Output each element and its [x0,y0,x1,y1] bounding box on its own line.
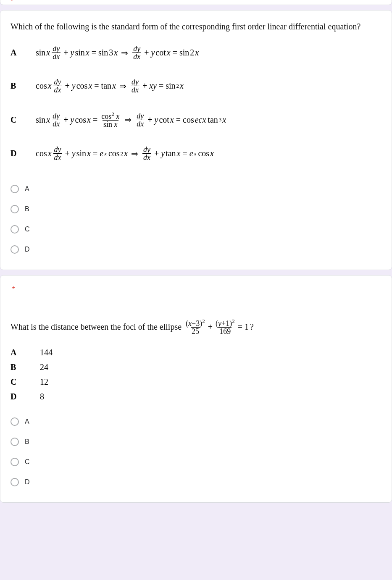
q2-prompt-post: ? [250,321,254,333]
q1-option-D-equation: cos x dydx +y sin x = ex cos2 x ⇒ dydx +… [36,146,381,161]
q1-option-C-label: C [11,115,36,125]
radio-icon [11,438,19,446]
question-card-2: * What is the distance between the foci … [0,275,392,503]
q1-option-C-equation: sin x dydx +y cos x = cos2 xsin x ⇒ dydx… [36,111,381,128]
q2-radio-A[interactable]: A [11,412,381,432]
q1-radio-B[interactable]: B [11,199,381,219]
q2-option-D-value: 8 [40,392,44,402]
q2-radio-C-label: C [25,458,30,466]
radio-icon [11,417,19,426]
q2-radio-D[interactable]: D [11,472,381,492]
previous-card-stub: * [0,0,392,5]
radio-icon [11,245,19,254]
eq-one: = 1 [238,321,249,333]
q2-radio-D-label: D [25,478,30,486]
q2-frac-1: (x−3)2 25 [185,318,206,335]
q1-option-A-label: A [11,48,36,58]
q2-radio-B-label: B [25,438,29,446]
q1-radio-D-label: D [25,246,30,253]
q2-frac-2: (y+1)2 169 [215,318,236,335]
q1-option-D-row: D cos x dydx +y sin x = ex cos2 x ⇒ dydx… [11,146,381,161]
plus-sign: + [208,321,213,333]
q2-option-B-value: 24 [40,362,48,372]
radio-icon [11,205,19,213]
q2-option-B-row: B 24 [11,362,381,372]
q2-radio-group: A B C D [11,412,381,492]
q2-option-A-row: A 144 [11,348,381,357]
radio-icon [11,458,19,466]
q2-option-D-row: D 8 [11,392,381,402]
q1-option-D-label: D [11,149,36,158]
q2-radio-C[interactable]: C [11,452,381,472]
q1-option-B-label: B [11,81,36,91]
q2-option-B-label: B [11,362,40,372]
q1-radio-A[interactable]: A [11,179,381,199]
radio-icon [11,478,19,486]
q2-option-D-label: D [11,392,40,402]
q1-prompt-text: Which of the following is the standard f… [11,22,360,31]
q1-radio-C-label: C [25,226,30,233]
radio-icon [11,225,19,234]
q1-option-A-equation: sinx dydx +y sin x = sin 3x ⇒ dydx +y co… [36,45,381,60]
q1-radio-B-label: B [25,205,29,213]
q2-required: * [11,286,381,293]
q1-option-A-row: A sinx dydx +y sin x = sin 3x ⇒ dydx +y … [11,45,381,60]
q2-option-C-row: C 12 [11,377,381,387]
q2-option-A-label: A [11,348,40,357]
q1-radio-A-label: A [25,185,29,193]
q1-radio-D[interactable]: D [11,239,381,260]
question-1-prompt: Which of the following is the standard f… [11,21,381,32]
q2-option-C-value: 12 [40,377,48,387]
q2-option-A-value: 144 [40,348,53,357]
q2-radio-A-label: A [25,418,29,425]
q1-option-C-row: C sin x dydx +y cos x = cos2 xsin x ⇒ dy… [11,111,381,128]
q2-radio-B[interactable]: B [11,432,381,452]
question-2-prompt: What is the distance between the foci of… [11,318,381,335]
required-indicator: * [11,0,13,4]
q1-radio-C[interactable]: C [11,219,381,239]
q1-option-B-equation: cos x dydx +y cos x = tan x ⇒ dydx +xy =… [36,78,381,94]
q2-options-list: A 144 B 24 C 12 D 8 [11,348,381,402]
q2-option-C-label: C [11,377,40,387]
q2-prompt-text: What is the distance between the foci of… [11,321,182,333]
question-card-1: Which of the following is the standard f… [0,10,392,270]
q1-radio-group: A B C D [11,179,381,260]
q1-option-B-row: B cos x dydx +y cos x = tan x ⇒ dydx +xy… [11,78,381,94]
radio-icon [11,185,19,193]
